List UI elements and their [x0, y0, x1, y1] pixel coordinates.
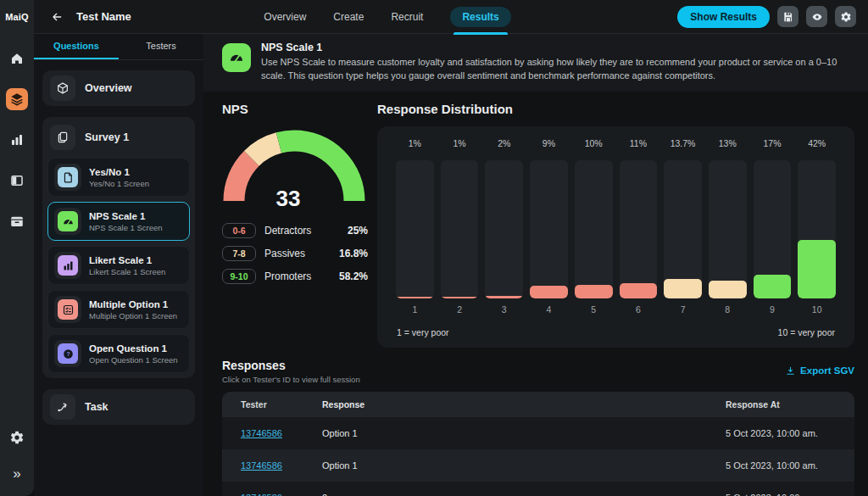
- bar-value-label: 17%: [763, 138, 781, 148]
- bar-category-label: 1: [412, 304, 417, 315]
- question-item-subtitle: Likert Scale 1 Screen: [89, 267, 165, 276]
- task-label: Task: [85, 401, 108, 413]
- bar: [485, 296, 523, 298]
- tester-id-link[interactable]: 13746586: [241, 428, 282, 438]
- chart-column-7: 13.7%7: [664, 138, 702, 315]
- bar-track: [530, 160, 568, 298]
- eye-icon[interactable]: [806, 6, 827, 27]
- bar: [530, 286, 568, 298]
- save-icon[interactable]: [777, 6, 798, 27]
- bar-value-label: 42%: [808, 138, 826, 148]
- layers-icon[interactable]: [6, 88, 28, 110]
- bar: [664, 279, 702, 298]
- chart-columns: 1%11%22%39%410%511%613.7%713%817%942%10: [396, 138, 836, 315]
- nps-score: 33: [222, 186, 354, 212]
- topbar-actions: Show Results: [677, 6, 856, 28]
- nps-section: NPS 33 0-6Detractors25%7-8Passives16.8%9…: [222, 102, 364, 348]
- column-tester: Tester: [241, 399, 322, 410]
- survey-label: Survey 1: [85, 131, 129, 143]
- distribution-section: Response Distribution 1%11%22%39%410%511…: [377, 102, 854, 348]
- bar-track: [664, 160, 702, 298]
- sidebar-item-task[interactable]: Task: [42, 389, 195, 425]
- bar: [575, 285, 613, 298]
- layout-icon[interactable]: [6, 170, 28, 192]
- bar-track: [396, 160, 434, 298]
- table-rows: 13746586Option 15 Oct 2023, 10:00 am.137…: [222, 417, 854, 496]
- legend-value: 16.8%: [339, 248, 368, 259]
- response-at-cell: 5 Oct 2023, 10:00 am.: [726, 428, 834, 438]
- panel-tab-questions[interactable]: Questions: [34, 34, 119, 59]
- collapse-icon[interactable]: »: [6, 462, 28, 484]
- sidebar-item-open-question-1[interactable]: ?Open Question 1Open Question 1 Screen: [47, 334, 190, 373]
- tester-id-link[interactable]: 13746586: [241, 460, 282, 471]
- chart-column-2: 1%2: [441, 138, 479, 315]
- tab-overview[interactable]: Overview: [264, 11, 306, 23]
- tab-results[interactable]: Results: [450, 7, 510, 27]
- bar-category-label: 7: [681, 304, 686, 315]
- response-cell: Option 1: [322, 428, 726, 438]
- overview-label: Overview: [85, 82, 132, 94]
- chart-column-5: 10%5: [575, 138, 613, 315]
- tester-id-link[interactable]: 13746586: [241, 493, 282, 496]
- bars-icon: [54, 252, 81, 279]
- tab-recruit[interactable]: Recruit: [391, 11, 423, 23]
- table-header: Tester Response Response At: [222, 392, 854, 417]
- top-tabs: OverviewCreateRecruitResults: [131, 7, 644, 27]
- sidebar-item-likert-scale-1[interactable]: Likert Scale 1Likert Scale 1 Screen: [47, 246, 190, 285]
- chart-column-10: 42%10: [798, 138, 836, 315]
- bar-track: [485, 160, 523, 298]
- gauge-icon: [222, 43, 251, 72]
- panel-scroll: Overview Survey 1 Yes/No 1Yes/No 1 Scree…: [34, 60, 203, 435]
- analytics-icon[interactable]: [6, 129, 28, 151]
- bar-value-label: 13%: [719, 138, 737, 148]
- home-icon[interactable]: [6, 47, 28, 70]
- bar-track: [754, 160, 792, 298]
- bar-track: [620, 160, 658, 298]
- pages-icon: [50, 125, 75, 150]
- legend-range-badge: 9-10: [222, 269, 256, 284]
- export-csv-button[interactable]: Export SGV: [785, 365, 854, 376]
- column-response: Response: [322, 399, 726, 410]
- archive-icon[interactable]: [6, 210, 28, 232]
- chart-column-4: 9%4: [530, 138, 568, 315]
- svg-text:?: ?: [66, 350, 70, 356]
- bar-value-label: 9%: [542, 138, 555, 148]
- sidebar-item-survey[interactable]: Survey 1: [47, 122, 190, 153]
- show-results-button[interactable]: Show Results: [677, 6, 770, 28]
- bar-value-label: 11%: [630, 138, 647, 148]
- distribution-title: Response Distribution: [377, 102, 854, 116]
- bar-value-label: 10%: [585, 138, 603, 148]
- scale-min-label: 1 = very poor: [397, 327, 449, 337]
- legend-value: 25%: [348, 225, 368, 237]
- sidebar-item-nps-scale-1[interactable]: NPS Scale 1NPS Scale 1 Screen: [47, 202, 190, 241]
- panel-tab-testers[interactable]: Testers: [119, 34, 203, 59]
- gauge-icon: [54, 208, 81, 235]
- chart-column-3: 2%3: [485, 138, 523, 315]
- sidebar-item-overview[interactable]: Overview: [42, 70, 195, 106]
- nps-gauge: 33: [222, 126, 366, 212]
- column-response-at: Response At: [726, 399, 834, 410]
- legend-row-passives: 7-8Passives16.8%: [222, 246, 368, 261]
- tab-create[interactable]: Create: [333, 11, 364, 23]
- bar-category-label: 2: [457, 304, 462, 315]
- bar: [396, 297, 434, 298]
- question-title: NPS Scale 1: [261, 42, 848, 53]
- checklist-icon: [54, 296, 81, 323]
- download-icon: [785, 365, 796, 376]
- arrow-left-icon: [50, 10, 64, 24]
- gear-icon[interactable]: [835, 6, 856, 27]
- nps-title: NPS: [222, 102, 364, 116]
- gear-icon[interactable]: [6, 426, 28, 449]
- bar-value-label: 13.7%: [670, 138, 696, 148]
- icon-rail: »: [0, 34, 34, 496]
- bar-track: [441, 160, 479, 298]
- bar: [754, 275, 792, 298]
- sidebar-item-yes-no-1[interactable]: Yes/No 1Yes/No 1 Screen: [47, 158, 190, 197]
- back-button[interactable]: [47, 8, 66, 26]
- panel-tabs: QuestionsTesters: [34, 34, 203, 60]
- response-cell: Option 1: [322, 460, 726, 471]
- bar-category-label: 3: [502, 304, 507, 315]
- test-name-title: Test Name: [76, 10, 131, 23]
- responses-table: Tester Response Response At 13746586Opti…: [222, 392, 854, 496]
- sidebar-item-multiple-option-1[interactable]: Multiple Option 1Multiple Option 1 Scree…: [47, 290, 190, 329]
